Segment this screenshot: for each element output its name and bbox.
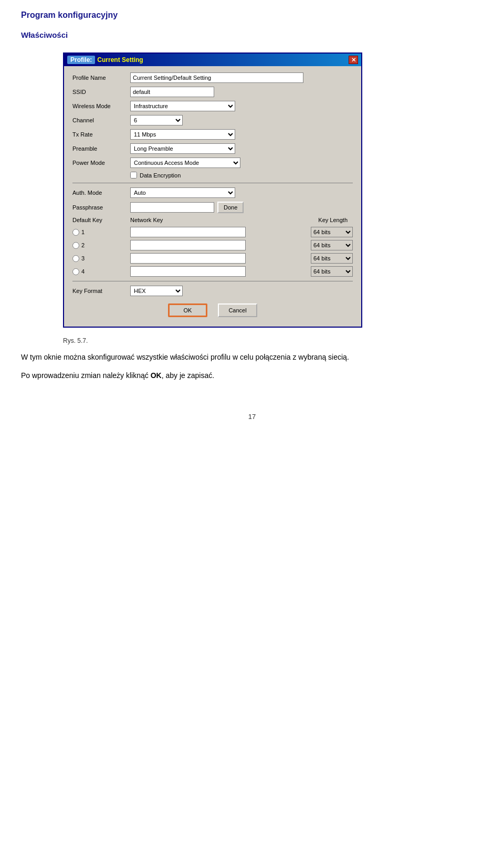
key-length-header: Key Length xyxy=(318,217,348,223)
passphrase-label: Passphrase xyxy=(72,204,130,211)
description-paragraph-1: W tym oknie można skonfigurować wszystki… xyxy=(21,352,483,363)
figure-caption: Rys. 5.7. xyxy=(63,337,483,344)
profile-name-label: Profile Name xyxy=(72,75,130,81)
data-encryption-label: Data Encryption xyxy=(140,172,181,179)
dialog-title-left: Profile: Current Setting xyxy=(67,56,143,64)
key-4-radio[interactable] xyxy=(72,268,79,275)
auth-mode-select[interactable]: Auto xyxy=(130,187,235,198)
wireless-mode-label: Wireless Mode xyxy=(72,103,130,109)
power-mode-row: Power Mode Continuous Access Mode xyxy=(72,158,353,168)
ssid-control xyxy=(130,87,353,97)
key-4-length-select[interactable]: 64 bits xyxy=(311,266,353,277)
profile-dialog: Profile: Current Setting ✕ Profile Name … xyxy=(63,53,362,328)
ssid-row: SSID xyxy=(72,87,353,97)
passphrase-row: Passphrase Done xyxy=(72,202,353,213)
key-format-select[interactable]: HEX xyxy=(130,286,183,296)
divider-2 xyxy=(72,281,353,281)
data-encryption-checkbox[interactable] xyxy=(130,172,137,179)
dialog-body: Profile Name SSID Wireless Mode Infrastr… xyxy=(64,66,361,327)
passphrase-input[interactable] xyxy=(130,202,214,213)
default-key-label: Default Key xyxy=(72,217,130,223)
power-mode-label: Power Mode xyxy=(72,160,130,166)
ok-inline-bold: OK xyxy=(151,371,162,380)
key-2-input[interactable] xyxy=(130,240,246,250)
tx-rate-label: Tx Rate xyxy=(72,131,130,138)
ssid-input[interactable] xyxy=(130,87,214,97)
button-row: OK Cancel xyxy=(72,303,353,320)
description-paragraph-2: Po wprowadzeniu zmian należy kliknąć OK,… xyxy=(21,370,483,381)
dialog-title-current: Current Setting xyxy=(97,56,143,64)
ok-button[interactable]: OK xyxy=(168,303,207,317)
cancel-button[interactable]: Cancel xyxy=(218,303,257,317)
channel-row: Channel 6 xyxy=(72,115,353,125)
key-3-label: 3 xyxy=(72,255,130,262)
network-key-header: Network Key xyxy=(130,217,246,223)
key-2-length-select[interactable]: 64 bits xyxy=(311,240,353,250)
ssid-label: SSID xyxy=(72,89,130,95)
power-mode-select[interactable]: Continuous Access Mode xyxy=(130,158,240,168)
key-4-input[interactable] xyxy=(130,266,246,277)
close-button[interactable]: ✕ xyxy=(349,56,358,64)
key-1-row: 1 64 bits xyxy=(72,227,353,237)
preamble-select[interactable]: Long Preamble xyxy=(130,143,235,154)
key-1-input[interactable] xyxy=(130,227,246,237)
key-3-radio[interactable] xyxy=(72,255,79,262)
channel-select[interactable]: 6 xyxy=(130,115,183,125)
key-3-input[interactable] xyxy=(130,253,246,264)
profile-name-input[interactable] xyxy=(130,72,303,83)
key-1-length-select[interactable]: 64 bits xyxy=(311,227,353,237)
auth-mode-label: Auth. Mode xyxy=(72,190,130,196)
section-title: Właściwości xyxy=(21,30,483,39)
tx-rate-row: Tx Rate 11 Mbps xyxy=(72,129,353,140)
done-button[interactable]: Done xyxy=(217,202,244,213)
dialog-titlebar: Profile: Current Setting ✕ xyxy=(64,54,361,66)
key-format-row: Key Format HEX xyxy=(72,286,353,296)
channel-label: Channel xyxy=(72,117,130,123)
profile-name-row: Profile Name xyxy=(72,72,353,83)
key-2-row: 2 64 bits xyxy=(72,240,353,250)
tx-rate-select[interactable]: 11 Mbps xyxy=(130,129,235,140)
key-1-label: 1 xyxy=(72,229,130,236)
wireless-mode-select[interactable]: Infrastructure xyxy=(130,101,235,111)
dialog-wrapper: Profile: Current Setting ✕ Profile Name … xyxy=(63,53,362,328)
default-key-header-row: Default Key Network Key Key Length xyxy=(72,217,353,223)
key-3-row: 3 64 bits xyxy=(72,253,353,264)
dialog-profile-label: Profile: xyxy=(67,56,95,64)
key-format-label: Key Format xyxy=(72,288,130,294)
page-number: 17 xyxy=(21,413,483,421)
data-encryption-row: Data Encryption xyxy=(130,172,353,179)
key-1-radio[interactable] xyxy=(72,229,79,236)
preamble-row: Preamble Long Preamble xyxy=(72,143,353,154)
page-title: Program konfiguracyjny xyxy=(21,11,483,20)
auth-mode-row: Auth. Mode Auto xyxy=(72,187,353,198)
key-4-label: 4 xyxy=(72,268,130,275)
preamble-label: Preamble xyxy=(72,145,130,152)
key-2-radio[interactable] xyxy=(72,242,79,249)
key-2-label: 2 xyxy=(72,242,130,249)
divider-1 xyxy=(72,183,353,183)
key-4-row: 4 64 bits xyxy=(72,266,353,277)
profile-name-control xyxy=(130,72,353,83)
key-3-length-select[interactable]: 64 bits xyxy=(311,253,353,264)
wireless-mode-row: Wireless Mode Infrastructure xyxy=(72,101,353,111)
